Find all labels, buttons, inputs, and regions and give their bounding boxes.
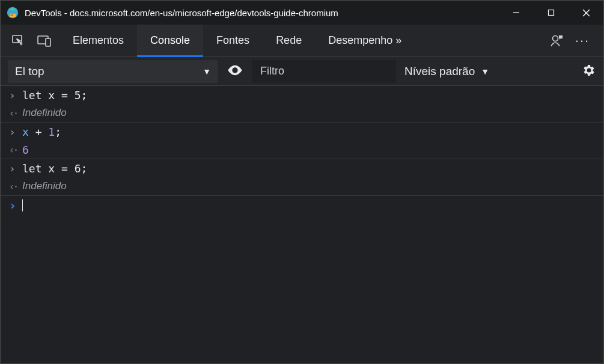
context-selector[interactable]: El top ▼ bbox=[8, 60, 218, 83]
tab-elements[interactable]: Elementos bbox=[59, 25, 137, 57]
inspect-icon[interactable] bbox=[7, 29, 29, 52]
filter-input[interactable] bbox=[252, 60, 396, 83]
window-title: DevTools - docs.microsoft.com/en-us/micr… bbox=[25, 8, 338, 18]
input-marker-icon bbox=[9, 162, 22, 175]
svg-rect-2 bbox=[11, 14, 12, 16]
console-entry: x + 1;6 bbox=[1, 123, 603, 159]
device-toolbar-icon[interactable] bbox=[33, 29, 56, 52]
console-entry: let x = 5;Indefinido bbox=[1, 86, 603, 123]
console-output-value: 6 bbox=[22, 144, 29, 156]
log-level-label: Níveis padrão bbox=[404, 65, 475, 78]
prompt-marker-icon bbox=[9, 198, 22, 213]
minimize-button[interactable] bbox=[499, 1, 534, 25]
svg-rect-5 bbox=[549, 10, 554, 16]
tab-sources[interactable]: Fontes bbox=[203, 25, 263, 57]
console-filterbar: El top ▼ Níveis padrão ▼ bbox=[1, 57, 603, 86]
tab-network[interactable]: Rede bbox=[263, 25, 315, 57]
output-marker-icon bbox=[9, 181, 22, 192]
more-icon[interactable]: ··· bbox=[571, 29, 594, 52]
context-label: El top bbox=[15, 65, 44, 78]
console-entry: let x = 6;Indefinido bbox=[1, 159, 603, 196]
tab-performance[interactable]: Desempenho » bbox=[315, 25, 415, 57]
app-icon bbox=[7, 7, 19, 19]
log-level-selector[interactable]: Níveis padrão ▼ bbox=[404, 65, 489, 78]
text-caret bbox=[22, 199, 23, 211]
output-marker-icon bbox=[9, 108, 22, 119]
svg-point-11 bbox=[553, 35, 558, 41]
console-input-code: let x = 6; bbox=[22, 162, 87, 175]
chevron-down-icon: ▼ bbox=[203, 67, 211, 76]
maximize-button[interactable] bbox=[534, 1, 569, 25]
svg-rect-10 bbox=[46, 38, 50, 46]
console-input-code: x + 1; bbox=[22, 126, 61, 138]
console-prompt[interactable] bbox=[1, 196, 603, 215]
console-output-value: Indefinido bbox=[22, 180, 67, 192]
svg-rect-3 bbox=[12, 14, 13, 16]
devtools-tabstrip: Elementos Console Fontes Rede Desempenho… bbox=[1, 25, 603, 57]
eye-icon[interactable] bbox=[227, 62, 243, 81]
console-output[interactable]: let x = 5;Indefinidox + 1;6let x = 6;Ind… bbox=[1, 86, 603, 364]
console-output-value: Indefinido bbox=[22, 107, 67, 119]
console-input-code: let x = 5; bbox=[22, 89, 87, 102]
svg-point-12 bbox=[234, 68, 237, 71]
feedback-icon[interactable] bbox=[545, 29, 567, 52]
tab-console[interactable]: Console bbox=[137, 25, 203, 57]
window-titlebar: DevTools - docs.microsoft.com/en-us/micr… bbox=[1, 1, 603, 25]
chevron-down-icon: ▼ bbox=[481, 67, 489, 76]
output-marker-icon bbox=[9, 144, 22, 156]
gear-icon[interactable] bbox=[582, 63, 596, 80]
input-marker-icon bbox=[9, 126, 22, 138]
input-marker-icon bbox=[9, 89, 22, 102]
window-controls bbox=[499, 1, 603, 25]
close-button[interactable] bbox=[569, 1, 603, 25]
